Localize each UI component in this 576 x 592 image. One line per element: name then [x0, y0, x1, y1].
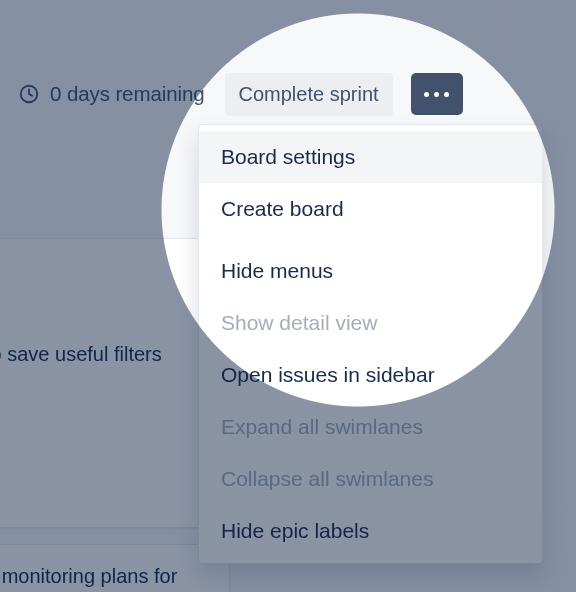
menu-gap — [199, 235, 542, 245]
days-remaining-text: 0 days remaining — [50, 82, 205, 106]
card-text: to save useful filters — [0, 343, 215, 366]
menu-item-expand-all-swimlanes: Expand all swimlanes — [199, 401, 542, 453]
topbar: 0 days remaining Complete sprint — [0, 68, 576, 120]
clock-icon — [18, 83, 40, 105]
stage: 0 days remaining Complete sprint to save… — [0, 0, 576, 592]
board-card: to save useful filters — [0, 238, 230, 528]
more-actions-menu: Board settings Create board Hide menus S… — [198, 124, 543, 564]
dot-icon — [424, 92, 429, 97]
card-text: d monitoring plans for — [0, 565, 215, 588]
menu-item-board-settings[interactable]: Board settings — [199, 131, 542, 183]
complete-sprint-button[interactable]: Complete sprint — [225, 73, 393, 116]
dot-icon — [434, 92, 439, 97]
menu-item-hide-epic-labels[interactable]: Hide epic labels — [199, 505, 542, 557]
dot-icon — [444, 92, 449, 97]
menu-item-hide-menus[interactable]: Hide menus — [199, 245, 542, 297]
more-actions-button[interactable] — [411, 73, 463, 115]
menu-item-create-board[interactable]: Create board — [199, 183, 542, 235]
board-card: d monitoring plans for — [0, 544, 230, 592]
menu-item-collapse-all-swimlanes: Collapse all swimlanes — [199, 453, 542, 505]
menu-item-open-issues-in-sidebar[interactable]: Open issues in sidebar — [199, 349, 542, 401]
menu-item-show-detail-view: Show detail view — [199, 297, 542, 349]
